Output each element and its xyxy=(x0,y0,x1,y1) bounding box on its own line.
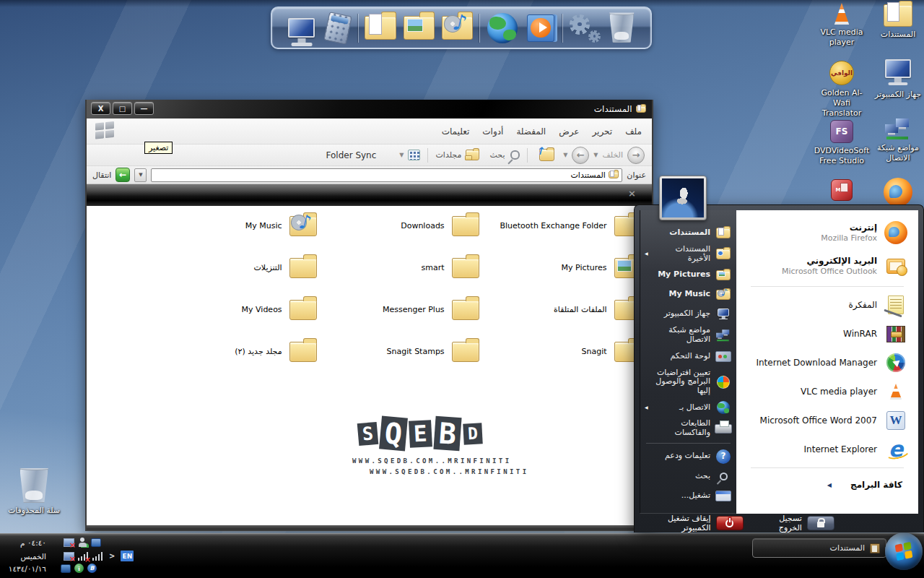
menu-file[interactable]: ملف xyxy=(625,126,642,137)
folder-item[interactable]: My Pictures xyxy=(486,254,642,282)
log-off-label[interactable]: تسجيل الخروج xyxy=(756,514,802,532)
go-button[interactable] xyxy=(116,168,130,182)
start-menu-item-vlc[interactable]: VLC media player xyxy=(741,377,914,406)
maximize-button[interactable]: □ xyxy=(113,102,132,115)
turn-off-button[interactable] xyxy=(716,516,744,530)
desktop-icon-alwafi[interactable]: الوافي Golden Al-Wafi Translator xyxy=(814,61,870,118)
start-menu-item-documents[interactable]: المستندات xyxy=(640,223,736,243)
start-menu-item-internet[interactable]: إنترنتMozilla Firefox xyxy=(741,216,914,249)
start-menu-item-idm[interactable]: Internet Download Manager xyxy=(741,348,914,377)
dock-control-panel-icon[interactable] xyxy=(323,12,352,45)
dock-media-player-icon[interactable] xyxy=(524,12,557,45)
desktop-icon-vlc[interactable]: VLC media player xyxy=(814,3,870,48)
folder-item[interactable]: الملفات المتلقاة xyxy=(486,296,642,324)
messenger-icon[interactable] xyxy=(78,538,87,547)
search-icon[interactable] xyxy=(510,150,519,159)
folder-item[interactable]: Bluetooth Exchange Folder xyxy=(486,212,642,241)
search-label[interactable]: بحث xyxy=(489,150,505,160)
dock-pictures-folder-icon[interactable] xyxy=(402,12,435,45)
dock-music-folder-icon[interactable] xyxy=(441,12,474,45)
close-button[interactable]: X xyxy=(91,102,110,115)
menu-tools[interactable]: أدوات xyxy=(482,126,503,137)
views-dropdown-icon[interactable] xyxy=(399,152,404,158)
network-disabled-icon[interactable] xyxy=(64,552,74,561)
desktop-icon-my-computer[interactable]: جهاز الكمبيوتر xyxy=(870,59,924,99)
start-menu-item-my-music[interactable]: My Music xyxy=(640,285,736,304)
all-programs-button[interactable]: كافة البرامج xyxy=(741,474,914,496)
folder-item[interactable]: smart xyxy=(323,254,479,282)
app-window-icon[interactable] xyxy=(91,538,101,547)
folder-icon xyxy=(452,216,479,237)
menu-favorites[interactable]: المفضلة xyxy=(516,126,546,137)
start-menu-item-word[interactable]: Microsoft Office Word 2007 xyxy=(741,406,914,435)
start-button[interactable] xyxy=(885,532,923,570)
log-off-button[interactable] xyxy=(807,516,834,530)
taskbar-button-documents[interactable]: المستندات xyxy=(752,538,886,558)
address-dropdown-button[interactable] xyxy=(134,168,147,182)
network-disabled-icon[interactable] xyxy=(64,538,74,547)
start-menu-item-email[interactable]: البريد الإلكترونيMicrosoft Office Outloo… xyxy=(741,249,914,282)
folders-icon[interactable] xyxy=(466,150,479,160)
address-input[interactable]: المستندات xyxy=(151,168,622,182)
tray-row-3: ١٤٣٤/٠١/١٦ i B xyxy=(4,564,97,573)
tray-app-icon[interactable] xyxy=(61,564,71,573)
signal-strength-icon[interactable] xyxy=(92,552,103,561)
dock-recycle-bin-icon[interactable] xyxy=(606,12,637,45)
folder-item[interactable]: Snagit Stamps xyxy=(323,337,479,366)
desktop-icon-documents[interactable]: المستندات xyxy=(870,4,924,39)
dock-settings-gears-icon[interactable] xyxy=(569,12,601,45)
up-folder-button[interactable] xyxy=(539,149,555,160)
views-icon[interactable] xyxy=(408,150,420,160)
start-menu-item-network-places[interactable]: مواضع شبكة الاتصال xyxy=(640,324,736,346)
info-icon[interactable]: i xyxy=(74,564,84,573)
menu-edit[interactable]: تحرير xyxy=(593,126,613,137)
menu-view[interactable]: عرض xyxy=(559,126,579,137)
desktop-icon-network-places[interactable]: مواضع شبكة الاتصال xyxy=(870,117,924,163)
start-menu-item-search[interactable]: بحث xyxy=(640,467,736,486)
explorer-titlebar[interactable]: X □ — المستندات xyxy=(87,100,652,118)
dock-computer-icon[interactable] xyxy=(285,12,318,45)
desktop-icon-firefox[interactable] xyxy=(870,178,924,207)
folder-item[interactable]: My Music xyxy=(161,212,317,241)
forward-button[interactable] xyxy=(572,147,589,164)
folder-item[interactable]: Downloads xyxy=(323,212,479,241)
desktop-icon-recycle-bin[interactable]: سلة المحذوفات xyxy=(6,468,62,516)
start-menu-item-program-defaults[interactable]: تعيين افتراضيات البرامج والوصول إليها xyxy=(640,366,736,398)
folder-item[interactable]: التنزيلات xyxy=(161,254,317,282)
folder-item[interactable]: مجلد جديد (٢) xyxy=(161,337,317,366)
desktop-icon-mp3[interactable]: MP3 xyxy=(814,179,870,201)
folder-icon xyxy=(289,300,317,321)
start-menu-item-help-support[interactable]: تعليمات ودعم xyxy=(640,447,736,467)
start-menu-item-control-panel[interactable]: لوحة التحكم xyxy=(640,347,736,366)
folder-item[interactable]: Snagit xyxy=(486,337,642,366)
folder-item[interactable]: My Videos xyxy=(161,296,317,324)
folder-sync-button[interactable]: Folder Sync xyxy=(326,150,376,160)
minimize-button[interactable]: — xyxy=(134,102,154,115)
folders-label[interactable]: مجلدات xyxy=(435,150,461,160)
start-menu-item-my-computer[interactable]: جهاز الكمبيوتر xyxy=(640,304,736,324)
folder-label: smart xyxy=(422,263,445,272)
start-menu-item-internet-explorer[interactable]: Internet Explorer xyxy=(741,435,914,464)
language-indicator[interactable]: EN xyxy=(121,551,134,561)
dock-internet-globe-icon[interactable] xyxy=(486,12,519,45)
back-dropdown-icon[interactable] xyxy=(593,152,598,158)
banner-close-icon[interactable] xyxy=(628,188,636,199)
dock-documents-folder-icon[interactable] xyxy=(364,12,397,45)
start-menu-item-connect-to[interactable]: الاتصال بـ xyxy=(640,397,736,417)
start-menu-item-notepad[interactable]: المفكرة xyxy=(741,290,914,319)
forward-dropdown-icon[interactable] xyxy=(563,152,567,158)
signal-disconnected-icon[interactable] xyxy=(78,552,89,561)
start-menu-item-my-pictures[interactable]: My Pictures xyxy=(640,265,736,285)
desktop-icon-free-studio[interactable]: FS DVDVideoSoft Free Studio xyxy=(814,120,870,166)
menu-help[interactable]: تعليمات xyxy=(442,126,470,137)
start-menu-item-printers-faxes[interactable]: الطابعات والفاكسات xyxy=(640,417,736,439)
tray-expand-icon[interactable] xyxy=(109,552,115,560)
bluetooth-icon[interactable]: B xyxy=(87,564,97,573)
start-menu-item-winrar[interactable]: WinRAR xyxy=(741,319,914,348)
folder-item[interactable]: Messenger Plus xyxy=(323,296,479,324)
back-button[interactable] xyxy=(627,147,645,164)
start-menu-item-recent-documents[interactable]: المستندات الأخيرة xyxy=(640,243,736,265)
turn-off-label[interactable]: إيقاف تشغيل الكمبيوتر xyxy=(640,514,711,532)
window-bottom-frame xyxy=(87,525,652,530)
start-menu-item-run[interactable]: تشغيل... xyxy=(640,486,736,506)
